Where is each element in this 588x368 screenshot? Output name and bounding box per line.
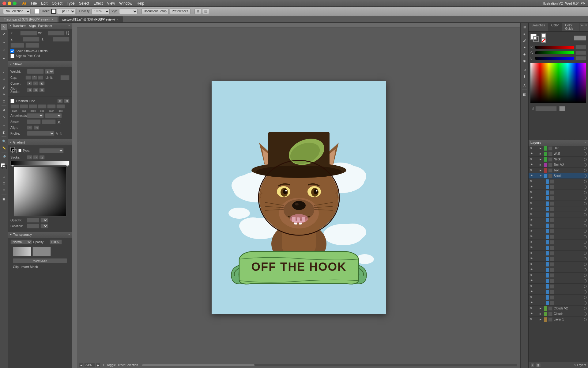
shear-input[interactable] bbox=[25, 43, 39, 48]
layer-item[interactable]: 👁 bbox=[529, 245, 588, 251]
expand-icon[interactable]: ▶ bbox=[540, 163, 543, 166]
layer-target-radio[interactable] bbox=[584, 180, 587, 183]
opacity-select[interactable]: 100% bbox=[91, 9, 110, 14]
menu-window[interactable]: Window bbox=[119, 1, 132, 6]
eyedropper-tool[interactable]: 🔍 bbox=[1, 138, 7, 144]
layer-target-radio[interactable] bbox=[584, 279, 587, 282]
cap-square[interactable]: ⊓ bbox=[38, 75, 43, 80]
layer-target-radio[interactable] bbox=[584, 169, 587, 172]
layer-item[interactable]: 👁 bbox=[529, 284, 588, 289]
layer-item[interactable]: 👁 bbox=[529, 295, 588, 300]
h-input[interactable] bbox=[53, 37, 70, 42]
layers-icon[interactable]: ≡ bbox=[522, 31, 528, 37]
g-slider[interactable] bbox=[535, 51, 574, 54]
gap1-input[interactable] bbox=[20, 104, 28, 109]
r-slider[interactable] bbox=[535, 46, 574, 49]
direct-selection-tool[interactable]: ↗ bbox=[1, 31, 7, 37]
profile-select[interactable] bbox=[27, 131, 55, 136]
eye-icon[interactable]: 👁 bbox=[530, 285, 533, 288]
lock-icon[interactable] bbox=[535, 218, 538, 222]
gradient-opacity-unit[interactable] bbox=[40, 218, 48, 223]
layer-item[interactable]: 👁 bbox=[529, 251, 588, 256]
zoom-input[interactable] bbox=[84, 363, 95, 367]
drawing-mode-behind[interactable]: ⊞ bbox=[1, 187, 7, 193]
tab-partywolf-close[interactable]: ✕ bbox=[117, 18, 119, 21]
gradient-tool[interactable]: ◧ bbox=[1, 129, 7, 135]
transform-options[interactable]: ⋯ bbox=[67, 24, 70, 27]
layer-item[interactable]: 👁 bbox=[529, 256, 588, 262]
layer-item[interactable]: 👁 ▶ Text V2 bbox=[529, 162, 588, 168]
layers-menu-button[interactable]: ≡ bbox=[585, 141, 586, 144]
layer-target-radio[interactable] bbox=[584, 202, 587, 205]
style-select[interactable] bbox=[119, 9, 138, 14]
paintbrush-tool[interactable]: 🖌 bbox=[1, 84, 7, 90]
graphic-styles-icon[interactable]: ◈ bbox=[522, 51, 528, 57]
gradient-stop-right[interactable] bbox=[66, 165, 69, 167]
b-input[interactable] bbox=[575, 56, 586, 60]
corner-miter[interactable]: ◤ bbox=[27, 81, 32, 86]
dash1-input[interactable] bbox=[10, 104, 19, 109]
layer-item[interactable]: 👁 ▶ Hat bbox=[529, 146, 588, 151]
make-mask-button[interactable]: Make Mask bbox=[13, 258, 67, 263]
lock-icon[interactable] bbox=[535, 158, 538, 161]
weight-input[interactable] bbox=[27, 69, 44, 74]
layer-item[interactable]: 👁 bbox=[529, 240, 588, 245]
lock-icon[interactable] bbox=[535, 224, 538, 228]
layer-target-radio[interactable] bbox=[584, 252, 587, 255]
layer-target-radio[interactable] bbox=[584, 268, 587, 271]
transparency-options[interactable]: ⋯ bbox=[67, 233, 70, 236]
layer-item[interactable]: 👁 bbox=[529, 278, 588, 284]
lock-icon[interactable] bbox=[535, 268, 538, 272]
layer-target-radio[interactable] bbox=[584, 224, 587, 227]
expand-icon[interactable]: ▶ bbox=[540, 307, 543, 310]
color-panel-icon[interactable]: ◧ bbox=[522, 91, 528, 97]
color-fill-stroke-widget[interactable] bbox=[530, 34, 539, 42]
layer-item[interactable]: 👁 bbox=[529, 179, 588, 184]
eye-icon[interactable]: 👁 bbox=[530, 207, 533, 211]
lock-icon[interactable] bbox=[535, 290, 538, 294]
stroke-header[interactable]: ▼ Stroke ⋯ bbox=[8, 61, 72, 67]
eye-icon[interactable]: 👁 bbox=[530, 158, 533, 161]
layer-item[interactable]: 👁 ▶ Clouds bbox=[529, 311, 588, 317]
eye-icon[interactable]: 👁 bbox=[530, 229, 533, 233]
expand-icon[interactable]: ▶ bbox=[540, 152, 543, 155]
r-input[interactable] bbox=[575, 45, 586, 49]
gap3-input[interactable] bbox=[56, 104, 65, 109]
layer-target-radio[interactable] bbox=[584, 274, 587, 277]
layer-item[interactable]: 👁 bbox=[529, 234, 588, 240]
menu-object[interactable]: Object bbox=[52, 1, 62, 6]
limit-input[interactable] bbox=[60, 75, 70, 80]
eye-icon[interactable]: 👁 bbox=[530, 180, 533, 183]
zoom-next[interactable]: ▶ bbox=[96, 363, 100, 367]
tab-color-guide[interactable]: Color Guide bbox=[562, 23, 579, 31]
scale-tool[interactable]: ⤡ bbox=[1, 113, 7, 120]
new-layer-button[interactable]: + bbox=[530, 363, 534, 367]
layer-target-radio[interactable] bbox=[584, 301, 587, 305]
gradient-stop-left[interactable] bbox=[11, 165, 14, 167]
lock-icon[interactable] bbox=[535, 274, 538, 277]
traffic-lights[interactable] bbox=[2, 2, 17, 5]
align-arrow-end[interactable]: →| bbox=[34, 125, 39, 130]
dashed-adjusts[interactable]: ⊞ bbox=[64, 99, 70, 103]
gradient-stroke-1[interactable]: □ bbox=[27, 155, 32, 159]
layer-item[interactable]: 👁 bbox=[529, 273, 588, 278]
info-icon[interactable]: ℹ bbox=[522, 73, 528, 79]
type-icon[interactable]: A bbox=[522, 82, 528, 88]
scale-end-input[interactable] bbox=[42, 119, 56, 124]
lasso-tool[interactable]: ⊃ bbox=[1, 46, 7, 52]
layer-target-radio[interactable] bbox=[584, 208, 587, 211]
layer-item[interactable]: 👁 bbox=[529, 267, 588, 273]
layer-item[interactable]: 👁 bbox=[529, 195, 588, 201]
eye-icon[interactable]: 👁 bbox=[530, 169, 533, 172]
lock-icon[interactable] bbox=[535, 152, 538, 156]
lock-icon[interactable] bbox=[535, 296, 538, 299]
artboard[interactable]: OFF THE HOOK bbox=[212, 81, 386, 314]
gradient-stroke-box[interactable] bbox=[12, 149, 17, 153]
eye-icon[interactable]: 👁 bbox=[530, 240, 533, 244]
profile-flip-h[interactable]: ⇆ bbox=[56, 132, 58, 135]
lock-icon[interactable] bbox=[535, 257, 538, 261]
layer-item[interactable]: 👁 ▶ Layer 1 bbox=[529, 317, 588, 322]
selection-dropdown[interactable]: No Selection bbox=[3, 9, 31, 14]
scroll-bar-h[interactable] bbox=[142, 364, 517, 366]
pathfinder-tab[interactable]: Pathfinder bbox=[38, 24, 52, 28]
